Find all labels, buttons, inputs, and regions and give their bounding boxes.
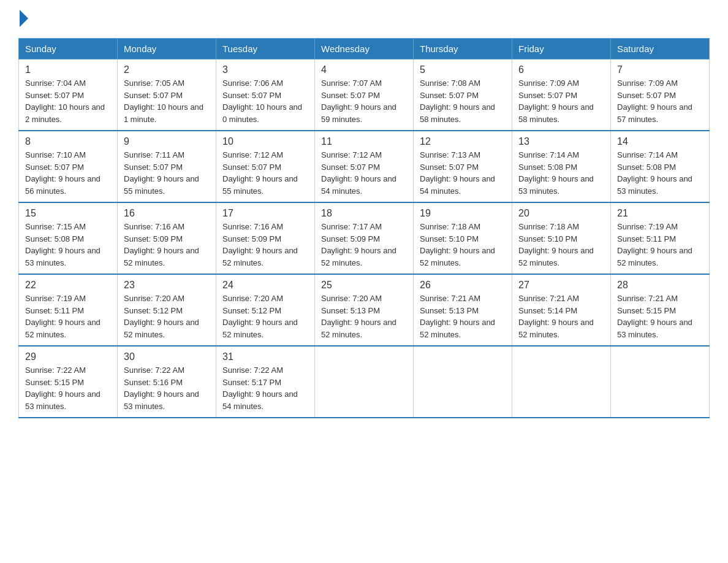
calendar-cell: 6Sunrise: 7:09 AMSunset: 5:07 PMDaylight…	[512, 59, 611, 131]
day-info: Sunrise: 7:12 AMSunset: 5:07 PMDaylight:…	[222, 149, 308, 197]
week-row-4: 22Sunrise: 7:19 AMSunset: 5:11 PMDayligh…	[19, 274, 710, 346]
day-number: 19	[420, 208, 506, 219]
calendar-cell: 17Sunrise: 7:16 AMSunset: 5:09 PMDayligh…	[216, 202, 315, 274]
header-thursday: Thursday	[414, 39, 512, 59]
day-number: 24	[222, 280, 308, 291]
day-number: 12	[420, 136, 506, 147]
header-sunday: Sunday	[19, 39, 118, 59]
day-number: 15	[25, 208, 111, 219]
logo	[18, 12, 28, 27]
day-number: 6	[518, 64, 604, 75]
day-info: Sunrise: 7:16 AMSunset: 5:09 PMDaylight:…	[222, 221, 308, 269]
calendar-cell: 9Sunrise: 7:11 AMSunset: 5:07 PMDaylight…	[118, 131, 216, 202]
calendar-body: 1Sunrise: 7:04 AMSunset: 5:07 PMDaylight…	[19, 59, 710, 418]
calendar-cell: 19Sunrise: 7:18 AMSunset: 5:10 PMDayligh…	[414, 202, 512, 274]
logo-triangle-icon	[20, 10, 28, 27]
day-info: Sunrise: 7:21 AMSunset: 5:15 PMDaylight:…	[617, 293, 703, 340]
calendar-header: SundayMondayTuesdayWednesdayThursdayFrid…	[19, 39, 710, 59]
day-info: Sunrise: 7:21 AMSunset: 5:13 PMDaylight:…	[420, 293, 506, 340]
calendar-cell: 11Sunrise: 7:12 AMSunset: 5:07 PMDayligh…	[315, 131, 414, 202]
calendar-cell: 29Sunrise: 7:22 AMSunset: 5:15 PMDayligh…	[19, 346, 118, 418]
header-friday: Friday	[512, 39, 611, 59]
calendar-cell: 24Sunrise: 7:20 AMSunset: 5:12 PMDayligh…	[216, 274, 315, 346]
calendar-cell: 8Sunrise: 7:10 AMSunset: 5:07 PMDaylight…	[19, 131, 118, 202]
day-number: 30	[124, 351, 210, 362]
day-info: Sunrise: 7:22 AMSunset: 5:16 PMDaylight:…	[124, 364, 210, 412]
calendar-cell	[315, 346, 414, 418]
calendar-cell: 13Sunrise: 7:14 AMSunset: 5:08 PMDayligh…	[512, 131, 611, 202]
calendar-cell: 28Sunrise: 7:21 AMSunset: 5:15 PMDayligh…	[611, 274, 710, 346]
calendar-cell: 26Sunrise: 7:21 AMSunset: 5:13 PMDayligh…	[414, 274, 512, 346]
calendar-cell: 23Sunrise: 7:20 AMSunset: 5:12 PMDayligh…	[118, 274, 216, 346]
day-number: 11	[321, 136, 407, 147]
day-info: Sunrise: 7:05 AMSunset: 5:07 PMDaylight:…	[124, 77, 210, 125]
calendar-cell: 20Sunrise: 7:18 AMSunset: 5:10 PMDayligh…	[512, 202, 611, 274]
day-info: Sunrise: 7:20 AMSunset: 5:12 PMDaylight:…	[124, 293, 210, 340]
page-header	[18, 12, 710, 27]
day-number: 20	[518, 208, 604, 219]
day-number: 31	[222, 351, 308, 362]
calendar-cell: 15Sunrise: 7:15 AMSunset: 5:08 PMDayligh…	[19, 202, 118, 274]
day-number: 23	[124, 280, 210, 291]
calendar-table: SundayMondayTuesdayWednesdayThursdayFrid…	[18, 38, 710, 418]
calendar-cell: 16Sunrise: 7:16 AMSunset: 5:09 PMDayligh…	[118, 202, 216, 274]
day-info: Sunrise: 7:04 AMSunset: 5:07 PMDaylight:…	[25, 77, 111, 125]
week-row-3: 15Sunrise: 7:15 AMSunset: 5:08 PMDayligh…	[19, 202, 710, 274]
calendar-cell: 30Sunrise: 7:22 AMSunset: 5:16 PMDayligh…	[118, 346, 216, 418]
calendar-cell: 12Sunrise: 7:13 AMSunset: 5:07 PMDayligh…	[414, 131, 512, 202]
day-number: 13	[518, 136, 604, 147]
day-number: 14	[617, 136, 703, 147]
calendar-cell: 21Sunrise: 7:19 AMSunset: 5:11 PMDayligh…	[611, 202, 710, 274]
day-number: 29	[25, 351, 111, 362]
header-monday: Monday	[118, 39, 216, 59]
day-info: Sunrise: 7:10 AMSunset: 5:07 PMDaylight:…	[25, 149, 111, 197]
calendar-cell: 5Sunrise: 7:08 AMSunset: 5:07 PMDaylight…	[414, 59, 512, 131]
calendar-cell: 10Sunrise: 7:12 AMSunset: 5:07 PMDayligh…	[216, 131, 315, 202]
day-number: 1	[25, 64, 111, 75]
day-number: 10	[222, 136, 308, 147]
header-saturday: Saturday	[611, 39, 710, 59]
calendar-cell	[512, 346, 611, 418]
day-info: Sunrise: 7:19 AMSunset: 5:11 PMDaylight:…	[617, 221, 703, 269]
calendar-cell: 4Sunrise: 7:07 AMSunset: 5:07 PMDaylight…	[315, 59, 414, 131]
calendar-cell: 14Sunrise: 7:14 AMSunset: 5:08 PMDayligh…	[611, 131, 710, 202]
calendar-cell: 22Sunrise: 7:19 AMSunset: 5:11 PMDayligh…	[19, 274, 118, 346]
day-info: Sunrise: 7:13 AMSunset: 5:07 PMDaylight:…	[420, 149, 506, 197]
day-number: 17	[222, 208, 308, 219]
day-number: 18	[321, 208, 407, 219]
calendar-cell: 1Sunrise: 7:04 AMSunset: 5:07 PMDaylight…	[19, 59, 118, 131]
calendar-cell	[611, 346, 710, 418]
day-number: 22	[25, 280, 111, 291]
day-number: 26	[420, 280, 506, 291]
day-number: 2	[124, 64, 210, 75]
day-info: Sunrise: 7:09 AMSunset: 5:07 PMDaylight:…	[518, 77, 604, 125]
day-info: Sunrise: 7:17 AMSunset: 5:09 PMDaylight:…	[321, 221, 407, 269]
day-info: Sunrise: 7:20 AMSunset: 5:13 PMDaylight:…	[321, 293, 407, 340]
day-number: 8	[25, 136, 111, 147]
calendar-cell: 7Sunrise: 7:09 AMSunset: 5:07 PMDaylight…	[611, 59, 710, 131]
day-info: Sunrise: 7:14 AMSunset: 5:08 PMDaylight:…	[518, 149, 604, 197]
calendar-cell: 27Sunrise: 7:21 AMSunset: 5:14 PMDayligh…	[512, 274, 611, 346]
day-number: 5	[420, 64, 506, 75]
day-number: 21	[617, 208, 703, 219]
day-info: Sunrise: 7:07 AMSunset: 5:07 PMDaylight:…	[321, 77, 407, 125]
day-info: Sunrise: 7:18 AMSunset: 5:10 PMDaylight:…	[518, 221, 604, 269]
day-info: Sunrise: 7:11 AMSunset: 5:07 PMDaylight:…	[124, 149, 210, 197]
week-row-2: 8Sunrise: 7:10 AMSunset: 5:07 PMDaylight…	[19, 131, 710, 202]
day-number: 25	[321, 280, 407, 291]
day-info: Sunrise: 7:16 AMSunset: 5:09 PMDaylight:…	[124, 221, 210, 269]
calendar-cell: 31Sunrise: 7:22 AMSunset: 5:17 PMDayligh…	[216, 346, 315, 418]
calendar-cell: 18Sunrise: 7:17 AMSunset: 5:09 PMDayligh…	[315, 202, 414, 274]
day-number: 4	[321, 64, 407, 75]
week-row-5: 29Sunrise: 7:22 AMSunset: 5:15 PMDayligh…	[19, 346, 710, 418]
day-number: 3	[222, 64, 308, 75]
day-info: Sunrise: 7:19 AMSunset: 5:11 PMDaylight:…	[25, 293, 111, 340]
calendar-cell	[414, 346, 512, 418]
day-info: Sunrise: 7:06 AMSunset: 5:07 PMDaylight:…	[222, 77, 308, 125]
day-header-row: SundayMondayTuesdayWednesdayThursdayFrid…	[19, 39, 710, 59]
header-tuesday: Tuesday	[216, 39, 315, 59]
day-info: Sunrise: 7:21 AMSunset: 5:14 PMDaylight:…	[518, 293, 604, 340]
day-number: 27	[518, 280, 604, 291]
day-info: Sunrise: 7:20 AMSunset: 5:12 PMDaylight:…	[222, 293, 308, 340]
week-row-1: 1Sunrise: 7:04 AMSunset: 5:07 PMDaylight…	[19, 59, 710, 131]
